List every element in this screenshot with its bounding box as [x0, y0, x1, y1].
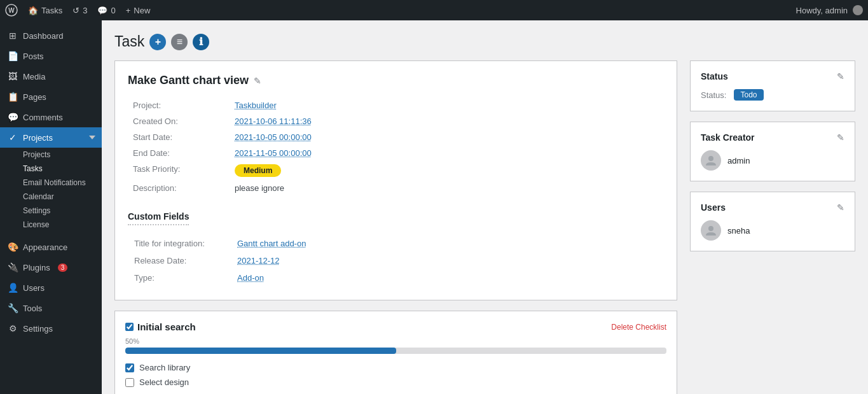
users-avatar [701, 220, 721, 241]
task-creator-panel: Task Creator ✎ admin [690, 122, 855, 181]
progress-label-initial-search: 50% [125, 337, 666, 345]
users-row: sneha [701, 220, 844, 241]
admin-avatar [853, 5, 863, 15]
updates-adminbar-item[interactable]: ↺ 3 [72, 6, 87, 15]
sidebar-item-projects-sub[interactable]: Projects [0, 148, 102, 162]
search-library-checkbox[interactable] [125, 363, 134, 372]
checklist-item-select-design: Select design [125, 375, 666, 390]
task-creator-avatar [701, 150, 721, 171]
task-creator-panel-title: Task Creator [701, 132, 755, 143]
field-row-release-date: Release Date: 2021-12-12 [129, 253, 663, 269]
comments-adminbar-item[interactable]: 💬 0 [97, 6, 115, 15]
svg-point-3 [708, 226, 713, 231]
wp-icon: W [5, 4, 18, 17]
task-creator-edit-icon[interactable]: ✎ [837, 132, 844, 143]
type-label: Type: [129, 270, 231, 286]
project-value[interactable]: Taskbuilder [235, 101, 277, 110]
select-design-checkbox[interactable] [125, 378, 134, 387]
field-row-priority: Task Priority: Medium [128, 161, 664, 180]
task-title: Make Gantt chart view [128, 74, 249, 87]
field-row-end-date: End Date: 2021-11-05 00:00:00 [128, 145, 664, 161]
sidebar-item-projects[interactable]: ✓ Projects [0, 127, 102, 148]
status-edit-icon[interactable]: ✎ [837, 71, 844, 81]
end-date-value[interactable]: 2021-11-05 00:00:00 [235, 148, 312, 158]
tools-icon: 🔧 [8, 303, 18, 313]
sidebar-item-tools[interactable]: 🔧 Tools [0, 298, 102, 318]
sidebar-item-media[interactable]: 🖼 Media [0, 66, 102, 87]
sidebar-item-plugins[interactable]: 🔌 Plugins 3 [0, 257, 102, 278]
dashboard-icon: ⊞ [8, 31, 18, 41]
users-panel-header: Users ✎ [701, 202, 844, 213]
sidebar-item-calendar[interactable]: Calendar [0, 190, 102, 204]
type-value[interactable]: Add-on [237, 273, 264, 283]
sidebar-item-users[interactable]: 👤 Users [0, 278, 102, 298]
field-row-created-on: Created On: 2021-10-06 11:11:36 [128, 113, 664, 129]
users-icon: 👤 [8, 283, 18, 293]
new-adminbar-item[interactable]: + New [126, 6, 151, 15]
progress-fill-initial-search [125, 348, 396, 354]
description-label: Description: [128, 180, 230, 196]
field-row-type: Type: Add-on [129, 270, 663, 286]
checklist-initial-search: Initial search Delete Checklist 50% Sear… [114, 311, 677, 394]
sidebar-item-dashboard[interactable]: ⊞ Dashboard [0, 25, 102, 46]
sidebar-item-settings-sub[interactable]: Settings [0, 204, 102, 218]
comments-icon: 💬 [97, 6, 107, 15]
svg-point-2 [708, 156, 713, 161]
field-row-description: Description: please ignore [128, 180, 664, 196]
description-value: please ignore [230, 180, 664, 196]
wp-logo-item[interactable]: W [5, 4, 18, 17]
checklist-item-search-library: Search library [125, 360, 666, 375]
priority-badge: Medium [235, 164, 281, 177]
home-icon: 🏠 [28, 6, 38, 15]
project-label: Project: [128, 97, 230, 113]
release-date-label: Release Date: [129, 253, 231, 269]
task-card-title-area: Make Gantt chart view ✎ [128, 74, 664, 87]
task-edit-icon[interactable]: ✎ [254, 76, 261, 86]
plus-icon: + [126, 6, 131, 15]
info-button[interactable]: ℹ [193, 34, 209, 50]
page-title-area: Task + ≡ ℹ [114, 33, 855, 50]
sidebar-item-posts[interactable]: 📄 Posts [0, 46, 102, 66]
sidebar-item-email-notifications[interactable]: Email Notifications [0, 176, 102, 190]
release-date-value[interactable]: 2021-12-12 [237, 256, 280, 265]
users-name: sneha [727, 226, 750, 236]
tasks-adminbar-item[interactable]: 🏠 Tasks [28, 6, 62, 15]
delete-checklist-initial-search[interactable]: Delete Checklist [611, 323, 666, 332]
users-edit-icon[interactable]: ✎ [837, 202, 844, 213]
created-on-value[interactable]: 2021-10-06 11:11:36 [235, 116, 312, 126]
settings-icon: ⚙ [8, 323, 18, 334]
projects-arrow-icon [89, 136, 95, 139]
list-view-button[interactable]: ≡ [171, 34, 188, 50]
sidebar-item-appearance[interactable]: 🎨 Appearance [0, 237, 102, 257]
task-creator-name: admin [727, 156, 750, 165]
checklist-checkbox-initial-search[interactable] [125, 323, 134, 331]
task-main: Make Gantt chart view ✎ Project: Taskbui… [114, 60, 677, 394]
svg-text:W: W [8, 7, 15, 14]
main-content: Task + ≡ ℹ Make Gantt chart view ✎ Pr [102, 20, 868, 394]
updates-icon: ↺ [72, 6, 79, 15]
add-task-button[interactable]: + [149, 34, 166, 50]
status-row: Status: Todo [701, 89, 844, 101]
sidebar-item-comments[interactable]: 💬 Comments [0, 107, 102, 127]
task-creator-panel-header: Task Creator ✎ [701, 132, 844, 143]
task-card: Make Gantt chart view ✎ Project: Taskbui… [114, 60, 677, 300]
users-panel-title: Users [701, 202, 726, 213]
users-avatar-icon [705, 224, 717, 237]
checklist-header-initial-search: Initial search Delete Checklist [125, 321, 666, 332]
sidebar: ⊞ Dashboard 📄 Posts 🖼 Media 📋 Pages 💬 Co… [0, 20, 102, 394]
status-badge: Todo [734, 89, 763, 101]
priority-label: Task Priority: [128, 161, 230, 180]
status-panel-title: Status [701, 71, 728, 81]
title-integration-value[interactable]: Gantt chart add-on [237, 239, 306, 248]
sidebar-item-tasks-sub[interactable]: Tasks [0, 162, 102, 176]
plugins-icon: 🔌 [8, 262, 18, 272]
sidebar-item-settings-bottom[interactable]: ⚙ Settings [0, 318, 102, 339]
start-date-label: Start Date: [128, 129, 230, 145]
start-date-value[interactable]: 2021-10-05 00:00:00 [235, 132, 312, 142]
field-row-title-integration: Title for integration: Gantt chart add-o… [129, 236, 663, 251]
users-panel: Users ✎ sneha [690, 192, 855, 251]
sidebar-item-license[interactable]: License [0, 218, 102, 232]
sidebar-item-pages[interactable]: 📋 Pages [0, 87, 102, 107]
projects-icon: ✓ [8, 132, 18, 143]
created-on-label: Created On: [128, 113, 230, 129]
